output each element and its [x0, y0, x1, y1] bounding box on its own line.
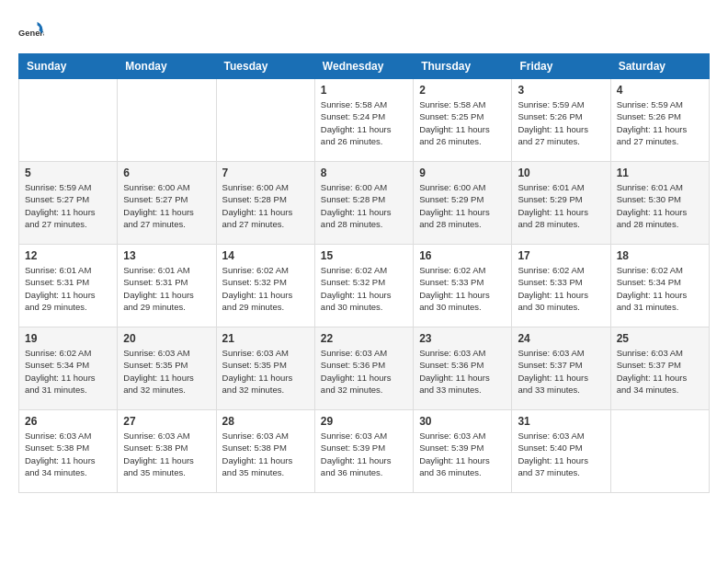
day-info: Sunrise: 6:02 AM Sunset: 5:32 PM Dayligh… — [321, 264, 407, 313]
day-info: Sunrise: 6:02 AM Sunset: 5:34 PM Dayligh… — [25, 347, 111, 396]
calendar-cell — [118, 79, 216, 162]
calendar-cell: 29Sunrise: 6:03 AM Sunset: 5:39 PM Dayli… — [314, 410, 413, 493]
calendar-cell — [216, 79, 314, 162]
calendar-cell: 23Sunrise: 6:03 AM Sunset: 5:36 PM Dayli… — [414, 327, 512, 410]
day-info: Sunrise: 6:03 AM Sunset: 5:36 PM Dayligh… — [321, 347, 407, 396]
calendar-cell: 4Sunrise: 5:59 AM Sunset: 5:26 PM Daylig… — [610, 79, 709, 162]
day-number: 22 — [321, 332, 407, 345]
day-number: 29 — [321, 415, 407, 428]
calendar-cell: 12Sunrise: 6:01 AM Sunset: 5:31 PM Dayli… — [19, 245, 118, 327]
calendar-week-row: 26Sunrise: 6:03 AM Sunset: 5:38 PM Dayli… — [19, 410, 710, 493]
day-info: Sunrise: 6:02 AM Sunset: 5:34 PM Dayligh… — [617, 264, 703, 313]
calendar-cell: 10Sunrise: 6:01 AM Sunset: 5:29 PM Dayli… — [512, 162, 610, 245]
calendar-week-row: 5Sunrise: 5:59 AM Sunset: 5:27 PM Daylig… — [19, 162, 710, 245]
day-info: Sunrise: 6:00 AM Sunset: 5:28 PM Dayligh… — [222, 181, 309, 230]
day-info: Sunrise: 6:01 AM Sunset: 5:31 PM Dayligh… — [123, 264, 210, 313]
page-header: General — [18, 18, 710, 44]
calendar-cell: 24Sunrise: 6:03 AM Sunset: 5:37 PM Dayli… — [512, 327, 610, 410]
calendar-cell: 19Sunrise: 6:02 AM Sunset: 5:34 PM Dayli… — [19, 327, 118, 410]
calendar-cell: 28Sunrise: 6:03 AM Sunset: 5:38 PM Dayli… — [216, 410, 314, 493]
logo-icon: General — [18, 18, 44, 44]
day-number: 2 — [419, 84, 506, 97]
calendar-cell: 7Sunrise: 6:00 AM Sunset: 5:28 PM Daylig… — [216, 162, 314, 245]
day-info: Sunrise: 6:02 AM Sunset: 5:33 PM Dayligh… — [419, 264, 506, 313]
calendar-cell: 9Sunrise: 6:00 AM Sunset: 5:29 PM Daylig… — [414, 162, 512, 245]
day-number: 18 — [617, 249, 703, 262]
weekday-header-friday: Friday — [512, 54, 610, 79]
day-number: 21 — [222, 332, 309, 345]
calendar-cell: 15Sunrise: 6:02 AM Sunset: 5:32 PM Dayli… — [314, 245, 413, 327]
day-number: 12 — [25, 249, 111, 262]
day-number: 14 — [222, 249, 309, 262]
weekday-header-wednesday: Wednesday — [314, 54, 413, 79]
day-number: 28 — [222, 415, 309, 428]
calendar-cell — [610, 410, 709, 493]
logo: General — [18, 18, 48, 44]
day-number: 15 — [321, 249, 407, 262]
day-info: Sunrise: 6:03 AM Sunset: 5:35 PM Dayligh… — [123, 347, 210, 396]
day-number: 3 — [518, 84, 604, 97]
weekday-header-tuesday: Tuesday — [216, 54, 314, 79]
day-number: 5 — [25, 167, 111, 179]
calendar-cell: 3Sunrise: 5:59 AM Sunset: 5:26 PM Daylig… — [512, 79, 610, 162]
day-number: 31 — [518, 415, 604, 428]
day-number: 1 — [321, 84, 407, 97]
calendar-cell: 31Sunrise: 6:03 AM Sunset: 5:40 PM Dayli… — [512, 410, 610, 493]
calendar-week-row: 19Sunrise: 6:02 AM Sunset: 5:34 PM Dayli… — [19, 327, 710, 410]
day-number: 27 — [123, 415, 210, 428]
day-number: 20 — [123, 332, 210, 345]
calendar-cell: 13Sunrise: 6:01 AM Sunset: 5:31 PM Dayli… — [118, 245, 216, 327]
calendar-cell: 2Sunrise: 5:58 AM Sunset: 5:25 PM Daylig… — [414, 79, 512, 162]
weekday-header-saturday: Saturday — [610, 54, 709, 79]
day-info: Sunrise: 6:01 AM Sunset: 5:30 PM Dayligh… — [617, 181, 703, 230]
day-number: 16 — [419, 249, 506, 262]
calendar-table: SundayMondayTuesdayWednesdayThursdayFrid… — [18, 53, 710, 493]
day-info: Sunrise: 6:03 AM Sunset: 5:35 PM Dayligh… — [222, 347, 309, 396]
weekday-header-sunday: Sunday — [19, 54, 118, 79]
day-info: Sunrise: 5:59 AM Sunset: 5:27 PM Dayligh… — [25, 181, 111, 230]
weekday-header-monday: Monday — [118, 54, 216, 79]
calendar-cell: 5Sunrise: 5:59 AM Sunset: 5:27 PM Daylig… — [19, 162, 118, 245]
day-info: Sunrise: 6:01 AM Sunset: 5:31 PM Dayligh… — [25, 264, 111, 313]
calendar-cell: 11Sunrise: 6:01 AM Sunset: 5:30 PM Dayli… — [610, 162, 709, 245]
day-info: Sunrise: 6:03 AM Sunset: 5:37 PM Dayligh… — [518, 347, 604, 396]
calendar-cell: 16Sunrise: 6:02 AM Sunset: 5:33 PM Dayli… — [414, 245, 512, 327]
calendar-cell: 21Sunrise: 6:03 AM Sunset: 5:35 PM Dayli… — [216, 327, 314, 410]
calendar-cell: 14Sunrise: 6:02 AM Sunset: 5:32 PM Dayli… — [216, 245, 314, 327]
day-info: Sunrise: 6:03 AM Sunset: 5:38 PM Dayligh… — [123, 430, 210, 478]
calendar-cell: 26Sunrise: 6:03 AM Sunset: 5:38 PM Dayli… — [19, 410, 118, 493]
day-info: Sunrise: 6:02 AM Sunset: 5:33 PM Dayligh… — [518, 264, 604, 313]
day-number: 24 — [518, 332, 604, 345]
calendar-cell: 22Sunrise: 6:03 AM Sunset: 5:36 PM Dayli… — [314, 327, 413, 410]
day-number: 13 — [123, 249, 210, 262]
day-number: 11 — [617, 167, 703, 179]
weekday-header-thursday: Thursday — [414, 54, 512, 79]
day-number: 23 — [419, 332, 506, 345]
day-info: Sunrise: 6:03 AM Sunset: 5:38 PM Dayligh… — [25, 430, 111, 478]
calendar-cell: 6Sunrise: 6:00 AM Sunset: 5:27 PM Daylig… — [118, 162, 216, 245]
calendar-cell: 1Sunrise: 5:58 AM Sunset: 5:24 PM Daylig… — [314, 79, 413, 162]
day-info: Sunrise: 6:01 AM Sunset: 5:29 PM Dayligh… — [518, 181, 604, 230]
day-info: Sunrise: 6:00 AM Sunset: 5:29 PM Dayligh… — [419, 181, 506, 230]
day-number: 25 — [617, 332, 703, 345]
day-info: Sunrise: 6:03 AM Sunset: 5:36 PM Dayligh… — [419, 347, 506, 396]
day-number: 4 — [617, 84, 703, 97]
day-info: Sunrise: 6:02 AM Sunset: 5:32 PM Dayligh… — [222, 264, 309, 313]
day-number: 6 — [123, 167, 210, 179]
calendar-week-row: 1Sunrise: 5:58 AM Sunset: 5:24 PM Daylig… — [19, 79, 710, 162]
calendar-cell: 30Sunrise: 6:03 AM Sunset: 5:39 PM Dayli… — [414, 410, 512, 493]
day-info: Sunrise: 6:00 AM Sunset: 5:28 PM Dayligh… — [321, 181, 407, 230]
day-info: Sunrise: 6:03 AM Sunset: 5:39 PM Dayligh… — [321, 430, 407, 478]
day-info: Sunrise: 5:59 AM Sunset: 5:26 PM Dayligh… — [518, 98, 604, 147]
day-number: 8 — [321, 167, 407, 179]
day-info: Sunrise: 6:00 AM Sunset: 5:27 PM Dayligh… — [123, 181, 210, 230]
day-number: 30 — [419, 415, 506, 428]
day-info: Sunrise: 6:03 AM Sunset: 5:40 PM Dayligh… — [518, 430, 604, 478]
calendar-cell — [19, 79, 118, 162]
day-number: 19 — [25, 332, 111, 345]
calendar-cell: 18Sunrise: 6:02 AM Sunset: 5:34 PM Dayli… — [610, 245, 709, 327]
day-info: Sunrise: 6:03 AM Sunset: 5:37 PM Dayligh… — [617, 347, 703, 396]
day-info: Sunrise: 5:59 AM Sunset: 5:26 PM Dayligh… — [617, 98, 703, 147]
calendar-week-row: 12Sunrise: 6:01 AM Sunset: 5:31 PM Dayli… — [19, 245, 710, 327]
day-info: Sunrise: 5:58 AM Sunset: 5:25 PM Dayligh… — [419, 98, 506, 147]
